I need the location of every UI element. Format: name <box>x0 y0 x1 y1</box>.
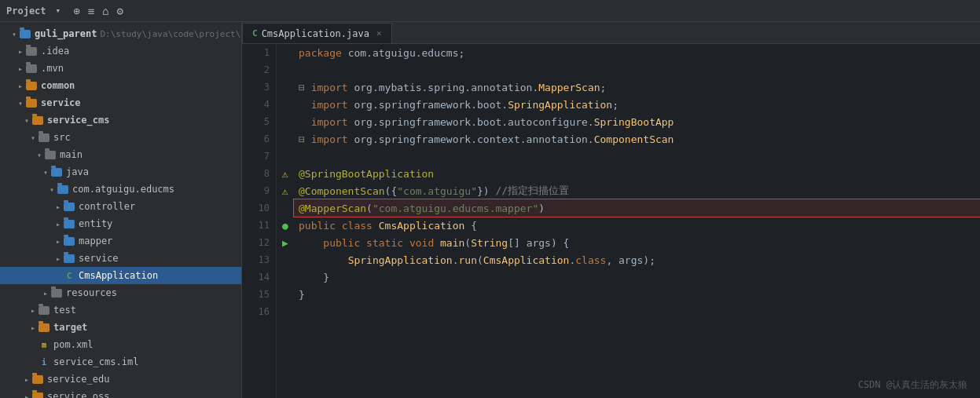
gutter-3 <box>277 79 294 96</box>
ln-14: 14 <box>242 268 276 286</box>
code-line-2 <box>294 61 980 79</box>
ln-6: 6 <box>242 130 276 148</box>
folder-icon-service-sub <box>63 252 75 265</box>
import-cls-3: MapperScan <box>538 82 600 93</box>
sidebar-item-java[interactable]: java <box>0 163 241 181</box>
folder-icon-test <box>38 304 50 316</box>
import-cls-5: SpringBootApp <box>594 116 674 128</box>
sidebar-label-pom: pom.xml <box>53 339 94 350</box>
sidebar-item-src[interactable]: src <box>0 129 241 146</box>
code-container: 1 2 3 4 5 6 7 8 9 10 11 12 13 14 15 16 <box>242 44 980 398</box>
sidebar-item-mvn[interactable]: .mvn <box>0 60 241 77</box>
sidebar-item-iml[interactable]: i service_cms.iml <box>0 353 241 371</box>
sidebar-item-test[interactable]: test <box>0 301 241 319</box>
folder-icon-service-edu <box>31 373 44 385</box>
dropdown-arrow[interactable]: ▾ <box>56 5 61 16</box>
sidebar-label-entity: entity <box>79 218 112 229</box>
gutter-run-12[interactable]: ▶ <box>282 237 288 249</box>
sidebar-item-target[interactable]: target <box>0 319 241 336</box>
sidebar-item-main[interactable]: main <box>0 146 241 163</box>
sidebar: guli_parent D:\study\java\code\project\g… <box>0 22 242 398</box>
str-9: "com.atguigu" <box>397 185 477 197</box>
sidebar-item-guli-parent[interactable]: guli_parent D:\study\java\code\project\g… <box>0 25 241 42</box>
sidebar-item-resources[interactable]: resources <box>0 284 241 301</box>
str-10: "com.atguigu.educms.mapper" <box>373 203 538 214</box>
kw-import-3: import <box>311 82 354 93</box>
cls-ref-13: . <box>569 254 575 266</box>
icon-refresh[interactable]: ⊕ <box>73 5 79 17</box>
fn-run: run <box>459 254 477 266</box>
sidebar-label-idea: .idea <box>41 46 69 57</box>
code-line-1: package com.atguigu.educms; <box>294 44 980 61</box>
arrow-service-sub <box>53 254 63 263</box>
sig-12: ( <box>464 237 471 249</box>
gutter-13 <box>277 251 294 268</box>
import-path-5: org.springframework.boot.autoconfigure. <box>354 116 593 128</box>
tab-cmsapplication[interactable]: C CmsApplication.java × <box>242 23 392 43</box>
semi-3: ; <box>600 82 607 93</box>
ln-12: 12 <box>242 234 276 251</box>
ln-2: 2 <box>242 61 276 79</box>
folder-icon-resources <box>50 287 63 299</box>
sidebar-label-common: common <box>41 80 75 91</box>
kw-import-6: import <box>311 133 354 145</box>
kw-void-12: void <box>409 237 440 249</box>
sidebar-item-service-cms[interactable]: service_cms <box>0 111 241 129</box>
sidebar-item-controller[interactable]: controller <box>0 198 241 215</box>
sidebar-label-cmsapp: CmsApplication <box>79 270 158 281</box>
brace-close-9: }) <box>477 185 490 197</box>
sidebar-item-service-oss[interactable]: service_oss <box>0 388 241 398</box>
sidebar-item-package[interactable]: com.atguigu.educms <box>0 181 241 198</box>
arrow-service <box>16 99 25 108</box>
sidebar-label-mvn: .mvn <box>41 63 64 74</box>
ln-16: 16 <box>242 303 276 320</box>
paren-close-10: ) <box>538 203 545 214</box>
sidebar-item-service[interactable]: service <box>0 94 241 111</box>
folder-icon-src <box>38 131 50 144</box>
xml-file-icon: m <box>38 338 50 351</box>
sidebar-item-service-sub[interactable]: service <box>0 250 241 267</box>
sidebar-item-common[interactable]: common <box>0 77 241 94</box>
cls-cms-13: CmsApplication <box>483 254 570 266</box>
arrow-entity <box>53 220 63 228</box>
sidebar-item-cmsapplication[interactable]: C CmsApplication <box>0 267 241 284</box>
indent-13 <box>299 254 348 266</box>
arrow-idea <box>16 47 25 56</box>
sidebar-item-idea[interactable]: .idea <box>0 42 241 60</box>
folder-icon-entity <box>63 217 75 230</box>
sidebar-item-mapper[interactable]: mapper <box>0 232 241 250</box>
tab-close[interactable]: × <box>376 28 382 38</box>
import-path-4: org.springframework.boot. <box>354 99 508 111</box>
arrow-controller <box>53 203 63 211</box>
sidebar-item-service-edu[interactable]: service_edu <box>0 371 241 388</box>
import-path-3: org.mybatis.spring.annotation. <box>354 82 538 93</box>
gutter-7 <box>277 148 294 165</box>
ann-mapperscan: @MapperScan <box>299 203 366 214</box>
cls-spring-run: SpringApplication <box>348 254 453 266</box>
project-label[interactable]: Project <box>6 5 46 16</box>
sidebar-label-src: src <box>53 132 71 143</box>
code-line-9: @ComponentScan({"com.atguigu"}) //指定扫描位置 <box>294 182 980 199</box>
kw-import-4: import <box>299 99 354 111</box>
cls-string: String <box>471 237 508 249</box>
sidebar-item-entity[interactable]: entity <box>0 215 241 232</box>
folder-icon-guli-parent <box>19 27 31 40</box>
icon-sort[interactable]: ⌂ <box>102 5 108 17</box>
sidebar-label-java: java <box>66 166 89 177</box>
code-line-15: } <box>294 286 980 303</box>
icon-settings[interactable]: ⚙ <box>117 5 123 17</box>
sidebar-label-controller: controller <box>79 201 135 212</box>
tab-file-icon: C <box>252 28 258 38</box>
indent-12 <box>299 237 323 249</box>
pkg-name-1: com.atguigu.educms; <box>348 47 465 59</box>
gutter-icon-11[interactable]: ● <box>282 220 288 232</box>
sidebar-label-service-sub: service <box>79 253 119 264</box>
code-line-13: SpringApplication.run(CmsApplication.cla… <box>294 251 980 268</box>
gutter-icon-9: ⚠ <box>282 185 288 197</box>
arrow-common <box>16 82 25 90</box>
sidebar-item-pom-xml[interactable]: m pom.xml <box>0 336 241 353</box>
code-editor[interactable]: 1 2 3 4 5 6 7 8 9 10 11 12 13 14 15 16 <box>242 44 980 398</box>
arrow-mapper <box>53 237 63 246</box>
ln-3: 3 <box>242 79 276 96</box>
icon-list[interactable]: ≡ <box>88 5 94 17</box>
